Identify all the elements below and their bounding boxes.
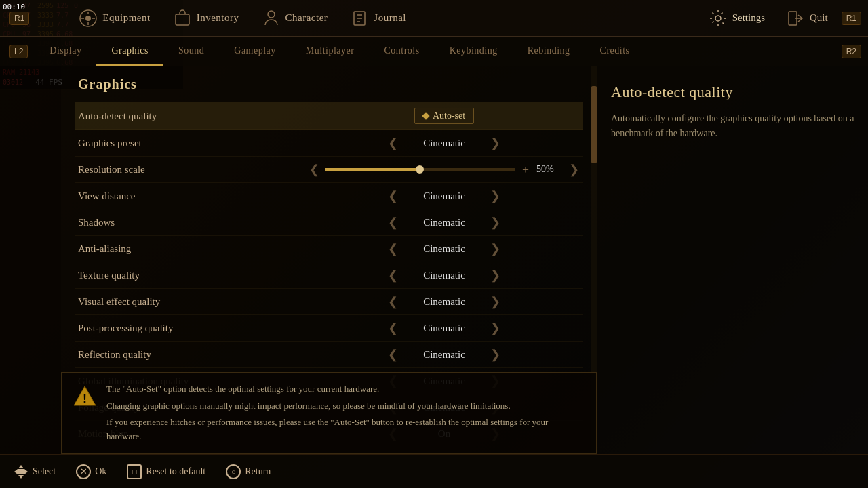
- badge-r1-left: R1: [9, 12, 29, 25]
- setting-value-reflection-quality: Cinematic: [403, 349, 485, 361]
- action-return[interactable]: ○ Return: [226, 464, 271, 479]
- autoset-value: Auto-set: [414, 108, 474, 124]
- resolution-slider-thumb: [416, 165, 424, 174]
- scrollbar-thumb[interactable]: [591, 86, 597, 163]
- action-ok[interactable]: ✕ Ok: [76, 464, 106, 479]
- svg-marker-12: [24, 469, 28, 474]
- equipment-icon: [78, 8, 98, 28]
- ok-label: Ok: [95, 466, 106, 477]
- action-reset[interactable]: □ Reset to default: [127, 464, 205, 479]
- setting-value-graphics-preset: Cinematic: [403, 138, 485, 149]
- tab-display[interactable]: Display: [35, 37, 96, 66]
- tab-credits[interactable]: Credits: [585, 37, 645, 66]
- setting-name-reflection-quality: Reflection quality: [78, 349, 309, 361]
- character-label: Character: [285, 12, 328, 24]
- arrow-right-anti-aliasing[interactable]: ❯: [490, 241, 500, 256]
- nav-equipment[interactable]: Equipment: [70, 5, 158, 31]
- nav-character[interactable]: Character: [253, 5, 336, 31]
- warning-text-container: The "Auto-Set" option detects the optima…: [106, 382, 585, 444]
- arrow-left-shadows[interactable]: ❮: [388, 215, 398, 230]
- setting-post-processing[interactable]: Post-processing quality ❮ Cinematic ❯: [75, 315, 583, 342]
- arrow-left-anti-aliasing[interactable]: ❮: [388, 241, 398, 256]
- tab-multiplayer[interactable]: Multiplayer: [291, 37, 370, 66]
- setting-value-visual-effect-quality: Cinematic: [403, 296, 485, 308]
- arrow-left-resolution[interactable]: ❮: [309, 162, 319, 177]
- arrow-left-post-processing[interactable]: ❮: [388, 321, 398, 336]
- badge-r2: R2: [842, 45, 861, 58]
- svg-marker-10: [18, 475, 24, 479]
- arrow-right-visual-effect-quality[interactable]: ❯: [490, 294, 500, 309]
- warning-line-2: Changing graphic options manually might …: [106, 399, 585, 413]
- setting-name-anti-aliasing: Anti-aliasing: [78, 243, 309, 255]
- nav-journal[interactable]: Journal: [341, 5, 414, 31]
- setting-control-visual-effect-quality: ❮ Cinematic ❯: [309, 294, 580, 309]
- journal-label: Journal: [374, 12, 406, 24]
- warning-line-1: The "Auto-Set" option detects the optima…: [106, 382, 585, 396]
- setting-name-visual-effect-quality: Visual effect quality: [78, 296, 309, 308]
- character-icon: [261, 8, 281, 28]
- arrow-left-visual-effect-quality[interactable]: ❮: [388, 294, 398, 309]
- setting-anti-aliasing[interactable]: Anti-aliasing ❮ Cinematic ❯: [75, 236, 583, 262]
- badge-r1: R1: [842, 12, 861, 25]
- action-select[interactable]: Select: [14, 464, 56, 479]
- tab-sound[interactable]: Sound: [163, 37, 219, 66]
- setting-view-distance[interactable]: View distance ❮ Cinematic ❯: [75, 183, 583, 209]
- arrow-left-graphics-preset[interactable]: ❮: [388, 136, 398, 150]
- setting-control-graphics-preset: ❮ Cinematic ❯: [309, 136, 580, 150]
- quit-icon: [785, 8, 806, 28]
- nav-settings[interactable]: Settings: [701, 5, 772, 31]
- bottom-bar: Select ✕ Ok □ Reset to default ○ Return: [0, 454, 868, 488]
- setting-reflection-quality[interactable]: Reflection quality ❮ Cinematic ❯: [75, 342, 583, 368]
- setting-auto-detect[interactable]: Auto-detect quality Auto-set: [75, 102, 583, 130]
- arrow-right-view-distance[interactable]: ❯: [490, 188, 500, 203]
- warning-content: ! The "Auto-Set" option detects the opti…: [73, 382, 585, 444]
- arrow-left-view-distance[interactable]: ❮: [388, 188, 398, 203]
- setting-control-auto-detect: Auto-set: [309, 108, 580, 124]
- tab-keybinding[interactable]: Keybinding: [435, 37, 513, 66]
- arrow-right-texture-quality[interactable]: ❯: [490, 268, 500, 283]
- autoset-label: Auto-set: [433, 110, 465, 121]
- arrow-right-shadows[interactable]: ❯: [490, 215, 500, 230]
- equipment-label: Equipment: [102, 12, 150, 24]
- arrow-right-graphics-preset[interactable]: ❯: [490, 136, 500, 150]
- setting-resolution-scale[interactable]: Resolution scale ❮ ＋ 50% ❯: [75, 157, 583, 183]
- setting-control-shadows: ❮ Cinematic ❯: [309, 215, 580, 230]
- cross-icon: ✕: [76, 464, 91, 479]
- setting-shadows[interactable]: Shadows ❮ Cinematic ❯: [75, 209, 583, 236]
- setting-graphics-preset[interactable]: Graphics preset ❮ Cinematic ❯: [75, 130, 583, 157]
- settings-label: Settings: [732, 12, 765, 24]
- nav-inventory[interactable]: Inventory: [164, 5, 248, 31]
- setting-name-shadows: Shadows: [78, 217, 309, 228]
- nav-quit[interactable]: Quit: [778, 5, 835, 31]
- setting-control-post-processing: ❮ Cinematic ❯: [309, 321, 580, 336]
- svg-rect-2: [176, 14, 189, 25]
- time-display: 00:10: [3, 3, 25, 12]
- setting-name-resolution-scale: Resolution scale: [78, 164, 309, 176]
- setting-control-anti-aliasing: ❮ Cinematic ❯: [309, 241, 580, 256]
- arrow-left-reflection-quality[interactable]: ❮: [388, 347, 398, 362]
- setting-control-resolution-scale: ❮ ＋ 50% ❯: [309, 162, 580, 177]
- tab-gameplay[interactable]: Gameplay: [219, 37, 291, 66]
- tab-graphics[interactable]: Graphics: [96, 37, 163, 66]
- setting-control-view-distance: ❮ Cinematic ❯: [309, 188, 580, 203]
- svg-marker-11: [14, 469, 18, 474]
- return-label: Return: [245, 466, 271, 477]
- arrow-right-reflection-quality[interactable]: ❯: [490, 347, 500, 362]
- resolution-slider-track[interactable]: [325, 168, 515, 171]
- setting-name-view-distance: View distance: [78, 190, 309, 202]
- tab-controls[interactable]: Controls: [369, 37, 434, 66]
- badge-l2-container: L2: [9, 37, 28, 66]
- setting-visual-effect-quality[interactable]: Visual effect quality ❮ Cinematic ❯: [75, 289, 583, 315]
- arrow-right-resolution[interactable]: ❯: [569, 162, 579, 177]
- slider-plus-icon: ＋: [520, 163, 531, 177]
- setting-control-texture-quality: ❮ Cinematic ❯: [309, 268, 580, 283]
- info-panel: Auto-detect quality Automatically config…: [597, 66, 868, 454]
- inventory-label: Inventory: [197, 12, 239, 24]
- settings-icon: [708, 8, 728, 28]
- sub-tabs: L2 Display Graphics Sound Gameplay Multi…: [0, 37, 868, 66]
- setting-name-post-processing: Post-processing quality: [78, 323, 309, 334]
- setting-texture-quality[interactable]: Texture quality ❮ Cinematic ❯: [75, 262, 583, 289]
- arrow-right-post-processing[interactable]: ❯: [490, 321, 500, 336]
- arrow-left-texture-quality[interactable]: ❮: [388, 268, 398, 283]
- tab-rebinding[interactable]: Rebinding: [513, 37, 585, 66]
